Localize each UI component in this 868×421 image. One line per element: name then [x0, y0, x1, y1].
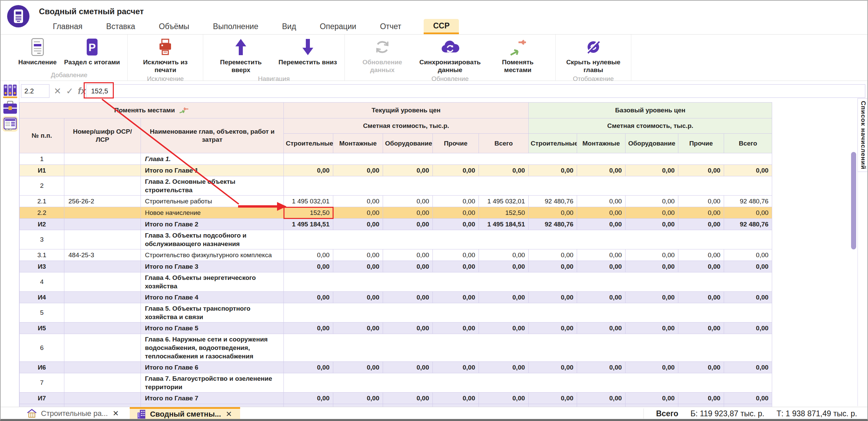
- table-row[interactable]: 3Глава 3. Объекты подсобного и обслужива…: [20, 230, 772, 249]
- table-cell[interactable]: 4: [20, 272, 64, 292]
- accrual-button[interactable]: Начисление: [16, 37, 59, 70]
- close-icon[interactable]: ✕: [112, 409, 119, 418]
- table-cell[interactable]: 0,00: [333, 249, 383, 261]
- table-cell[interactable]: Строительство физкультурного комплекса: [141, 249, 284, 261]
- vertical-scrollbar[interactable]: [851, 152, 856, 249]
- table-cell[interactable]: 0,00: [577, 249, 626, 261]
- table-cell[interactable]: Итого по Главе 1: [141, 165, 284, 176]
- table-cell[interactable]: 5: [20, 303, 64, 323]
- table-row[interactable]: 7Глава 7. Благоустройство и озеленение т…: [20, 373, 772, 393]
- table-cell[interactable]: 0,00: [529, 261, 577, 272]
- accruals-list-side-tab[interactable]: Список начислений: [858, 98, 868, 172]
- table-cell[interactable]: 0,00: [529, 249, 577, 261]
- menu-tab-report[interactable]: Отчет: [379, 19, 403, 34]
- table-cell[interactable]: [284, 303, 772, 323]
- table-cell[interactable]: 0,00: [284, 393, 333, 404]
- table-cell[interactable]: 92 480,76: [724, 219, 772, 230]
- table-row[interactable]: И6Итого по Главе 60,000,000,000,000,000,…: [20, 362, 772, 373]
- table-cell[interactable]: 0,00: [626, 207, 678, 219]
- table-cell[interactable]: 0,00: [678, 362, 724, 373]
- table-cell[interactable]: 0,00: [479, 362, 529, 373]
- table-cell[interactable]: И5: [20, 323, 64, 334]
- table-cell[interactable]: [64, 165, 141, 176]
- table-cell[interactable]: [64, 219, 141, 230]
- table-cell[interactable]: И2: [20, 219, 64, 230]
- table-cell[interactable]: 0,00: [626, 323, 678, 334]
- table-cell[interactable]: 0,00: [626, 249, 678, 261]
- estimate-sheet-icon[interactable]: [2, 116, 18, 132]
- table-cell[interactable]: [284, 334, 772, 362]
- table-cell[interactable]: 0,00: [333, 261, 383, 272]
- table-row[interactable]: 3.1484-25-3Строительство физкультурного …: [20, 249, 772, 261]
- table-cell[interactable]: 3.1: [20, 249, 64, 261]
- move-up-button[interactable]: Переместить вверх: [209, 37, 273, 74]
- table-cell[interactable]: 0,00: [433, 362, 479, 373]
- table-cell[interactable]: [64, 393, 141, 404]
- table-cell[interactable]: 0,00: [724, 165, 772, 176]
- table-cell[interactable]: 0,00: [433, 323, 479, 334]
- table-cell[interactable]: Итого по Главе 2: [141, 219, 284, 230]
- table-cell[interactable]: ИГ7: [20, 404, 64, 407]
- menu-tab-operations[interactable]: Операции: [318, 19, 358, 34]
- table-cell[interactable]: 2.1: [20, 196, 64, 207]
- table-cell[interactable]: 0,00: [678, 404, 724, 407]
- table-row[interactable]: 2Глава 2. Основные объекты строительства: [20, 176, 772, 196]
- table-cell[interactable]: 0,00: [529, 362, 577, 373]
- table-cell[interactable]: Итого по Главе 7: [141, 393, 284, 404]
- table-cell[interactable]: 0,00: [678, 219, 724, 230]
- table-cell[interactable]: 6: [20, 334, 64, 362]
- table-cell[interactable]: 0,00: [577, 207, 626, 219]
- table-cell[interactable]: 0,00: [678, 393, 724, 404]
- table-cell[interactable]: 0,00: [724, 292, 772, 303]
- table-cell[interactable]: 0,00: [479, 261, 529, 272]
- table-cell[interactable]: 0,00: [626, 292, 678, 303]
- exclude-from-print-button[interactable]: Исключить из печати: [133, 37, 197, 74]
- table-cell[interactable]: 0,00: [284, 261, 333, 272]
- table-cell[interactable]: 484-25-3: [64, 249, 141, 261]
- table-cell[interactable]: [284, 373, 772, 393]
- table-cell[interactable]: 0,00: [284, 292, 333, 303]
- table-cell[interactable]: [284, 230, 772, 249]
- table-cell[interactable]: 0,00: [333, 219, 383, 230]
- table-cell[interactable]: 0,00: [333, 323, 383, 334]
- table-cell[interactable]: Глава 1.: [141, 153, 284, 165]
- table-cell[interactable]: Итого по Главе 6: [141, 362, 284, 373]
- table-cell[interactable]: [64, 230, 141, 249]
- menu-tab-insert[interactable]: Вставка: [105, 19, 137, 34]
- close-icon[interactable]: ✕: [225, 410, 233, 419]
- table-cell[interactable]: 0,00: [333, 165, 383, 176]
- table-cell[interactable]: 0,00: [724, 393, 772, 404]
- table-cell[interactable]: 0,00: [383, 219, 433, 230]
- table-cell[interactable]: 0,00: [383, 249, 433, 261]
- annotated-cell[interactable]: 152,50: [284, 207, 333, 219]
- table-row[interactable]: 2.2Новое начисление152,500,000,000,00152…: [20, 207, 772, 219]
- table-cell[interactable]: Итого по Главам 1-7: [141, 404, 284, 407]
- table-cell[interactable]: 0,00: [724, 362, 772, 373]
- table-cell[interactable]: 92 480,76: [724, 196, 772, 207]
- table-cell[interactable]: 0,00: [333, 404, 383, 407]
- table-cell[interactable]: 0,00: [577, 219, 626, 230]
- table-cell[interactable]: 0,00: [433, 404, 479, 407]
- table-cell[interactable]: [64, 303, 141, 323]
- swap-button[interactable]: Поменять местами: [486, 37, 550, 74]
- table-row[interactable]: 1Глава 1.: [20, 153, 772, 165]
- table-cell[interactable]: 0,00: [678, 165, 724, 176]
- table-cell[interactable]: 0,00: [529, 292, 577, 303]
- table-cell[interactable]: Глава 5. Объекты транспортного хозяйства…: [141, 303, 284, 323]
- table-cell[interactable]: 0,00: [284, 165, 333, 176]
- table-cell[interactable]: 0,00: [529, 165, 577, 176]
- confirm-check-icon[interactable]: ✓: [64, 84, 75, 98]
- hide-zero-chapters-button[interactable]: Скрыть нулевые главы: [561, 37, 626, 74]
- table-cell[interactable]: [64, 261, 141, 272]
- table-cell[interactable]: 0,00: [529, 207, 577, 219]
- table-cell[interactable]: [64, 334, 141, 362]
- table-cell[interactable]: [284, 176, 772, 196]
- table-cell[interactable]: 0,00: [333, 196, 383, 207]
- table-cell[interactable]: 1 495 184,51: [479, 219, 529, 230]
- briefcase-icon[interactable]: [2, 100, 18, 115]
- table-cell[interactable]: [284, 153, 772, 165]
- table-cell[interactable]: 0,00: [678, 292, 724, 303]
- table-cell[interactable]: 0,00: [433, 292, 479, 303]
- table-cell[interactable]: 0,00: [724, 261, 772, 272]
- table-cell[interactable]: 0,00: [433, 207, 479, 219]
